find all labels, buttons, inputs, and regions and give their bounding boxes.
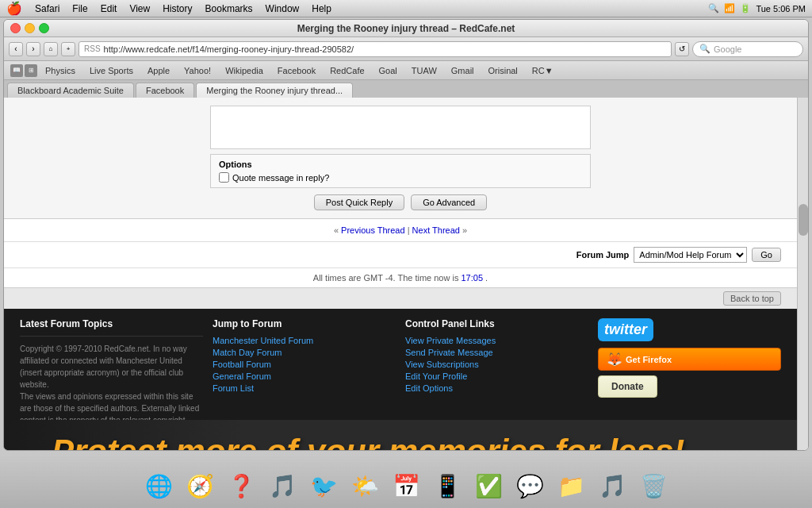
dock-trash[interactable]: 🗑️ bbox=[634, 467, 672, 505]
dock-social[interactable]: 🐦 bbox=[304, 467, 343, 505]
forum-jump-label: Forum Jump bbox=[576, 250, 630, 260]
dock-music[interactable]: 🎵 bbox=[263, 467, 301, 505]
search-bar[interactable]: 🔍 Google bbox=[692, 41, 803, 57]
back-to-top-button[interactable]: Back to top bbox=[723, 291, 781, 306]
link-private-messages[interactable]: View Private Messages bbox=[405, 336, 588, 345]
go-advanced-button[interactable]: Go Advanced bbox=[411, 194, 487, 210]
bookmarks-bar: 📖 ⊞ Physics Live Sports Apple Yahoo! Wik… bbox=[4, 61, 808, 80]
timezone-text: All times are GMT -4. The time now is bbox=[313, 273, 459, 283]
tab-facebook[interactable]: Facebook bbox=[136, 83, 194, 98]
dock-tasks[interactable]: ✅ bbox=[469, 467, 508, 505]
get-firefox-button[interactable]: 🦊 Get Firefox bbox=[598, 348, 781, 371]
back-button[interactable]: ‹ bbox=[9, 42, 23, 56]
bookmark-live-sports[interactable]: Live Sports bbox=[83, 64, 140, 77]
rss-icon: RSS bbox=[84, 44, 101, 53]
latest-topics-heading: Latest Forum Topics bbox=[20, 318, 203, 329]
quote-checkbox[interactable] bbox=[219, 172, 229, 183]
scrollbar-thumb[interactable] bbox=[799, 204, 808, 236]
next-thread-link[interactable]: Next Thread bbox=[412, 225, 460, 235]
home-button[interactable]: ⌂ bbox=[44, 42, 58, 56]
dock-weather[interactable]: 🌤️ bbox=[346, 467, 384, 505]
link-edit-options[interactable]: Edit Options bbox=[405, 383, 588, 393]
mac-window: 🍎 Safari File Edit View History Bookmark… bbox=[0, 0, 812, 508]
bookmark-tuaw[interactable]: TUAW bbox=[405, 64, 443, 77]
tabs-bar: Blackboard Academic Suite Facebook Mergi… bbox=[4, 80, 808, 98]
menu-edit[interactable]: Edit bbox=[94, 3, 124, 14]
bookmarks-icon[interactable]: 📖 bbox=[10, 64, 23, 77]
tab-redcafe[interactable]: Merging the Rooney injury thread... bbox=[196, 83, 353, 98]
bookmark-orisinal[interactable]: Orisinal bbox=[482, 64, 524, 77]
menu-window[interactable]: Window bbox=[259, 3, 306, 14]
scrollbar[interactable] bbox=[797, 98, 808, 450]
bookmark-physics[interactable]: Physics bbox=[39, 64, 82, 77]
back-to-top-row: Back to top bbox=[4, 287, 797, 309]
dock-chat[interactable]: 💬 bbox=[511, 467, 549, 505]
jump-forum-heading: Jump to Forum bbox=[213, 318, 396, 329]
tab-blackboard[interactable]: Blackboard Academic Suite bbox=[7, 83, 134, 98]
bookmark-gmail[interactable]: Gmail bbox=[445, 64, 481, 77]
url-bar[interactable]: RSS http://www.redcafe.net/f14/merging-r… bbox=[79, 41, 672, 57]
link-football-forum[interactable]: Football Forum bbox=[213, 360, 396, 369]
battery-icon: 🔋 bbox=[740, 3, 751, 13]
window-title: Merging the Rooney injury thread – RedCa… bbox=[297, 23, 515, 34]
post-quick-reply-button[interactable]: Post Quick Reply bbox=[314, 194, 404, 210]
link-match-day[interactable]: Match Day Forum bbox=[213, 348, 396, 357]
url-text: http://www.redcafe.net/f14/merging-roone… bbox=[104, 44, 354, 54]
clock: Tue 5:06 PM bbox=[756, 4, 806, 13]
menu-view[interactable]: View bbox=[123, 3, 156, 14]
donate-button[interactable]: Donate bbox=[598, 375, 657, 398]
current-time[interactable]: 17:05 bbox=[462, 273, 484, 283]
dock-finder[interactable]: 🌐 bbox=[140, 467, 178, 505]
dock-safari[interactable]: 🧭 bbox=[181, 467, 219, 505]
grid-icon[interactable]: ⊞ bbox=[25, 64, 37, 77]
bookmark-apple[interactable]: Apple bbox=[141, 64, 176, 77]
dock-itunes[interactable]: 🎵 bbox=[593, 467, 631, 505]
link-subscriptions[interactable]: View Subscriptions bbox=[405, 360, 588, 369]
dock-phone[interactable]: 📱 bbox=[428, 467, 466, 505]
bookmark-add-button[interactable]: + bbox=[61, 42, 75, 56]
apple-menu[interactable]: 🍎 bbox=[6, 1, 22, 16]
ad-text: Protect more of your memories for less! bbox=[4, 433, 684, 450]
forum-jump-select[interactable]: Admin/Mod Help Forum bbox=[634, 247, 747, 263]
menu-bookmarks[interactable]: Bookmarks bbox=[199, 3, 259, 14]
dock-folders[interactable]: 📁 bbox=[552, 467, 590, 505]
control-panel-heading: Control Panel Links bbox=[405, 318, 588, 329]
ad-overlay: Protect more of your memories for less! bbox=[4, 420, 797, 450]
bookmark-rc[interactable]: RC▼ bbox=[526, 64, 560, 77]
button-row: Post Quick Reply Go Advanced bbox=[20, 194, 781, 210]
bookmark-redcafe[interactable]: RedCafe bbox=[324, 64, 370, 77]
link-forum-list[interactable]: Forum List bbox=[213, 383, 396, 393]
thread-nav: « Previous Thread | Next Thread » bbox=[4, 219, 797, 242]
maximize-button[interactable] bbox=[39, 23, 49, 33]
forward-button[interactable]: › bbox=[26, 42, 40, 56]
menu-help[interactable]: Help bbox=[305, 3, 338, 14]
reply-textarea[interactable] bbox=[210, 106, 591, 149]
wifi-icon: 📶 bbox=[724, 3, 735, 13]
bookmark-yahoo[interactable]: Yahoo! bbox=[178, 64, 217, 77]
forum-jump-go-button[interactable]: Go bbox=[752, 248, 781, 262]
bookmark-wikipedia[interactable]: Wikipedia bbox=[219, 64, 270, 77]
prev-thread-link[interactable]: Previous Thread bbox=[341, 225, 405, 235]
timezone-period: . bbox=[485, 273, 488, 283]
bookmark-facebook[interactable]: Facebook bbox=[271, 64, 322, 77]
minimize-button[interactable] bbox=[25, 23, 35, 33]
menu-file[interactable]: File bbox=[66, 3, 94, 14]
twitter-logo[interactable]: twitter bbox=[598, 318, 653, 341]
link-general-forum[interactable]: General Forum bbox=[213, 371, 396, 381]
bookmark-goal[interactable]: Goal bbox=[373, 64, 404, 77]
menubar-right: 🔍 📶 🔋 Tue 5:06 PM bbox=[708, 3, 806, 13]
link-edit-profile[interactable]: Edit Your Profile bbox=[405, 371, 588, 381]
spotlight-icon[interactable]: 🔍 bbox=[708, 3, 719, 13]
link-send-pm[interactable]: Send Private Message bbox=[405, 348, 588, 357]
dock-calendar[interactable]: 📅 bbox=[387, 467, 425, 505]
page-content: Options Quote message in reply? Post Qui… bbox=[4, 98, 808, 450]
close-button[interactable] bbox=[10, 23, 21, 33]
reload-button[interactable]: ↺ bbox=[675, 42, 689, 56]
link-man-utd-forum[interactable]: Manchester United Forum bbox=[213, 336, 396, 345]
menu-safari[interactable]: Safari bbox=[29, 3, 66, 14]
dock-help[interactable]: ❓ bbox=[222, 467, 260, 505]
reply-form: Options Quote message in reply? Post Qui… bbox=[4, 98, 797, 219]
menu-history[interactable]: History bbox=[156, 3, 198, 14]
search-placeholder: Google bbox=[714, 44, 741, 54]
options-title: Options bbox=[219, 160, 582, 169]
